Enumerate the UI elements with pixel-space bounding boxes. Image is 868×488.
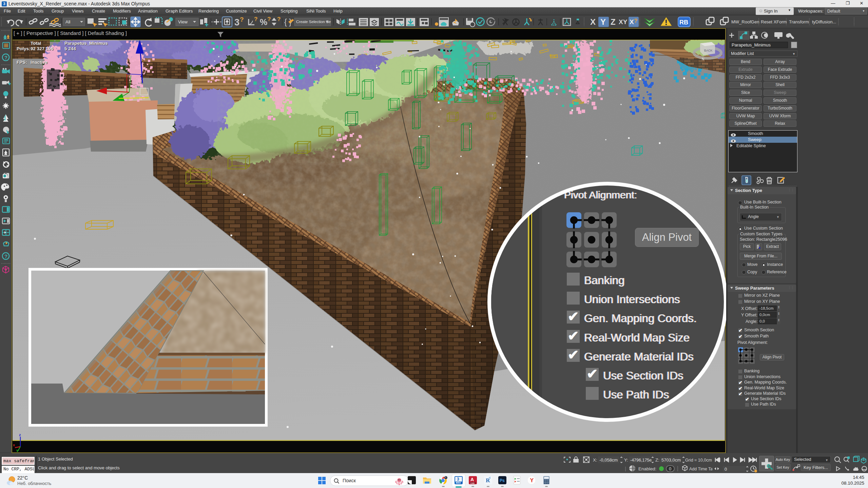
svg-text:0: 0 <box>725 467 727 472</box>
svg-text:?: ? <box>4 55 7 60</box>
svg-text:-4796,175е: -4796,175е <box>630 458 652 463</box>
svg-text:X:: X: <box>593 457 597 463</box>
svg-text:Create Selection Se: Create Selection Se <box>296 20 331 24</box>
svg-text:FPS:: FPS: <box>17 60 27 65</box>
svg-text:92 327 196: 92 327 196 <box>31 46 54 51</box>
svg-text:All: All <box>65 19 71 24</box>
svg-text:?: ? <box>277 16 281 22</box>
svg-text:Transform: Transform <box>789 19 809 24</box>
svg-text:Parapetus_Minimus: Parapetus_Minimus <box>64 41 108 46</box>
svg-text:?: ? <box>240 16 244 23</box>
svg-text:y: y <box>16 448 19 452</box>
svg-text:Reset XForm: Reset XForm <box>761 19 787 24</box>
svg-text:3: 3 <box>457 477 459 482</box>
svg-text:X: X <box>590 17 596 26</box>
svg-text:?: ? <box>4 253 7 259</box>
svg-text:XY: XY <box>619 18 628 25</box>
svg-text:X: X <box>630 18 634 25</box>
svg-text:RB: RB <box>679 19 688 26</box>
svg-text:?: ? <box>634 18 637 24</box>
svg-text:5 244: 5 244 <box>64 46 76 51</box>
svg-text:MW_RoofGen: MW_RoofGen <box>731 19 759 24</box>
svg-text:{: { <box>284 18 287 26</box>
svg-text:x: x <box>13 443 15 447</box>
svg-text:?: ? <box>254 16 257 22</box>
svg-text:Y:: Y: <box>624 457 628 463</box>
svg-text:Z: Z <box>611 17 616 26</box>
svg-text:Enabled:: Enabled: <box>638 466 656 471</box>
svg-text:View: View <box>178 19 188 24</box>
svg-text:BACK: BACK <box>704 49 713 52</box>
svg-text:%: % <box>260 17 267 27</box>
svg-text:MAX: MAX <box>456 482 461 484</box>
svg-text:0: 0 <box>669 466 671 471</box>
svg-text:N: N <box>702 57 704 61</box>
svg-text:Polys:: Polys: <box>17 46 31 51</box>
svg-text:Y: Y <box>600 17 606 26</box>
svg-text:3: 3 <box>234 17 239 27</box>
svg-text:Total: Total <box>31 41 41 46</box>
svg-text:Ps: Ps <box>500 478 505 483</box>
svg-text:Inactive: Inactive <box>31 60 48 65</box>
svg-text:CAD: CAD <box>470 482 475 484</box>
svg-text:-0,058cm: -0,058cm <box>599 457 618 463</box>
svg-text:Add Time Tag: Add Time Tag <box>689 467 712 471</box>
svg-text:?: ? <box>267 16 271 22</box>
svg-text:tyDiffusion...: tyDiffusion... <box>812 19 836 24</box>
svg-text:z: z <box>19 433 21 437</box>
svg-text:Z:: Z: <box>655 457 659 463</box>
svg-text:Y: Y <box>530 477 534 483</box>
svg-text:A: A <box>470 477 474 482</box>
svg-text:5703,0cm: 5703,0cm <box>661 457 681 463</box>
svg-text:Grid = 10,0cm: Grid = 10,0cm <box>685 458 712 463</box>
